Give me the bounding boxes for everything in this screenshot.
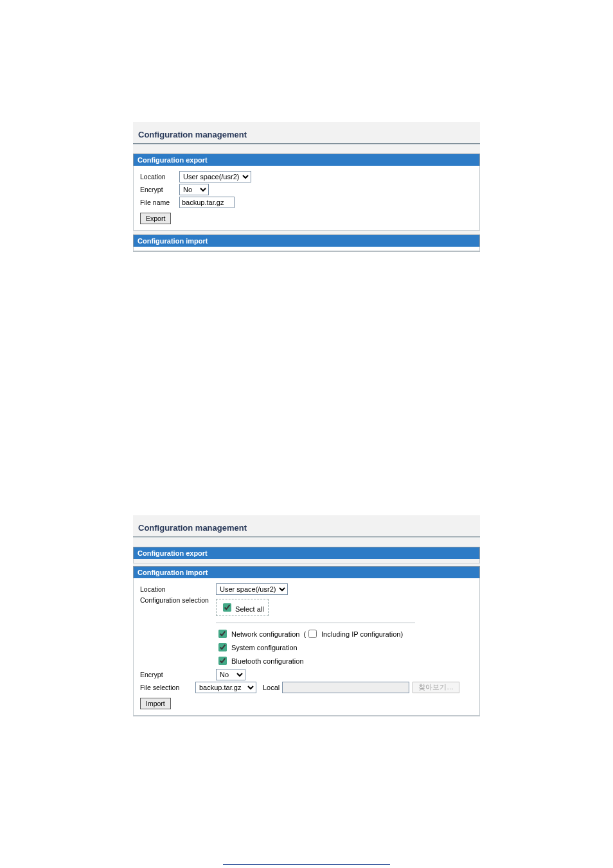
including-ip-label: Including IP configuration — [319, 630, 400, 638]
export-button[interactable]: Export — [140, 213, 171, 224]
system-config-checkbox[interactable] — [218, 643, 227, 651]
system-config-label: System configuration — [229, 644, 298, 651]
encrypt-select[interactable]: No — [179, 184, 209, 195]
file-select[interactable]: backup.tar.gz — [195, 682, 256, 693]
divider — [133, 716, 480, 716]
location-label: Location — [140, 173, 179, 181]
config-selection-label: Configuration selection — [140, 596, 216, 604]
location-select[interactable]: User space(/usr2) — [179, 171, 251, 182]
config-mgmt-panel-top: Configuration management Configuration e… — [133, 122, 480, 252]
page-title: Configuration management — [133, 122, 480, 143]
section-header-export: Configuration export — [133, 547, 480, 559]
select-all-checkbox[interactable] — [223, 603, 231, 612]
config-mgmt-panel-bottom: Configuration management Configuration e… — [133, 515, 480, 716]
including-ip-checkbox[interactable] — [308, 630, 317, 638]
divider — [216, 623, 415, 623]
section-header-export: Configuration export — [133, 154, 480, 166]
filename-label: File name — [140, 199, 179, 206]
filename-input[interactable] — [179, 197, 235, 208]
page-title: Configuration management — [133, 515, 480, 536]
local-file-input[interactable] — [282, 682, 409, 693]
encrypt-select[interactable]: No — [216, 669, 245, 680]
encrypt-label: Encrypt — [140, 671, 216, 678]
browse-button[interactable]: 찾아보기… — [413, 682, 459, 693]
local-label: Local — [263, 684, 280, 691]
file-selection-label: File selection — [140, 684, 195, 691]
section-header-import: Configuration import — [133, 235, 480, 247]
divider — [133, 143, 480, 145]
location-select[interactable]: User space(/usr2) — [216, 583, 288, 595]
bluetooth-config-checkbox[interactable] — [218, 657, 227, 665]
import-button[interactable]: Import — [140, 698, 171, 709]
bluetooth-config-label: Bluetooth configuration — [229, 657, 304, 665]
footer-divider — [223, 864, 390, 865]
location-label: Location — [140, 585, 216, 593]
divider — [133, 536, 480, 538]
network-config-label: Network configuration — [229, 630, 299, 638]
network-config-checkbox[interactable] — [218, 630, 227, 638]
section-header-import: Configuration import — [133, 566, 480, 578]
encrypt-label: Encrypt — [140, 186, 179, 193]
select-all-label: Select all — [235, 605, 264, 613]
